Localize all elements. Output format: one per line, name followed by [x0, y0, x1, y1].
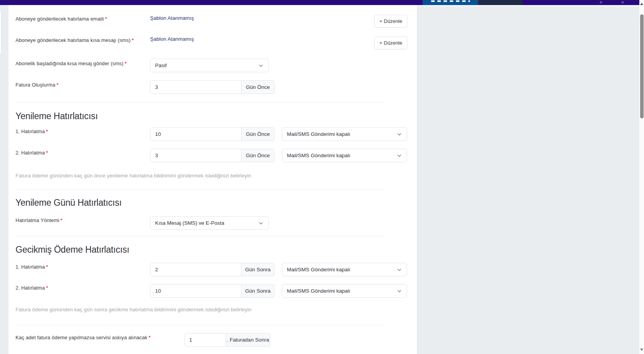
label-renewal-1: 1. Hatırlatma*: [16, 128, 48, 134]
label-start-sms: Abonelik başladığında kısa mesaj gönder …: [16, 61, 127, 66]
section-title-overdue: Gecikmiş Ödeme Hatırlatıcısı: [16, 245, 129, 255]
label-text: Aboneye gönderilecek hatırlama kısa mesa…: [16, 37, 131, 43]
chevron-down-icon: [397, 288, 402, 294]
select-value: Kısa Mesaj (SMS) ve E-Posta: [155, 220, 255, 226]
start-sms-select[interactable]: Pasif: [150, 59, 269, 72]
required-asterisk: *: [46, 150, 48, 156]
select-value: Mail/SMS Gönderimi kapalı: [287, 153, 394, 158]
renewal-1-channel-select[interactable]: Mail/SMS Gönderimi kapalı: [282, 127, 407, 141]
renewal-2-days-input[interactable]: [150, 149, 242, 162]
edit-email-template-button[interactable]: + Düzenle: [374, 15, 407, 28]
label-text: Aboneye gönderilecek hatırlama emaili: [16, 16, 104, 22]
section-divider: [16, 236, 385, 236]
panel-top-edge: [417, 5, 639, 7]
label-reminder-sms: Aboneye gönderilecek hatırlama kısa mesa…: [16, 37, 134, 43]
renewal-1-addon: Gün Önce: [242, 127, 275, 141]
label-reminder-email: Aboneye gönderilecek hatırlama emaili*: [16, 16, 107, 22]
renewal-1-days-input[interactable]: [150, 127, 242, 141]
topbar-glyph-icon: [622, 1, 624, 3]
renewal-helper-text: Fatura ödeme gününden kaç gün önce yenil…: [16, 173, 251, 179]
left-edge-notch: [0, 10, 2, 54]
overdue-1-addon: Gün Sonra: [242, 263, 275, 276]
label-text: Hatırlatma Yöntemi: [16, 217, 59, 223]
clipped-tab-text-icon: [431, 0, 470, 2]
select-value: Mail/SMS Gönderimi kapalı: [287, 131, 394, 137]
label-overdue-1: 1. Hatırlatma*: [16, 264, 48, 270]
chevron-down-icon: [397, 132, 402, 137]
scroll-down-arrow-icon[interactable]: [640, 349, 643, 351]
scroll-up-arrow-icon[interactable]: [640, 3, 643, 5]
vertical-scrollbar[interactable]: [639, 0, 644, 354]
inactive-tab-clipped[interactable]: [478, 0, 522, 5]
renewal-1-group: Gün Önce: [150, 127, 275, 141]
required-asterisk: *: [124, 61, 126, 66]
edit-sms-template-button[interactable]: + Düzenle: [374, 36, 407, 49]
required-asterisk: *: [46, 264, 48, 270]
label-text: Fatura Oluşturma: [16, 82, 55, 88]
invoice-create-input[interactable]: [150, 80, 242, 94]
value-reminder-sms-template: Şablon Atanmamış: [150, 36, 194, 42]
required-asterisk: *: [148, 335, 150, 340]
required-asterisk: *: [105, 16, 107, 22]
suspend-count-input[interactable]: [184, 333, 226, 347]
section-title-renewal: Yenileme Hatırlatıcısı: [16, 111, 98, 121]
chevron-down-icon: [397, 153, 402, 158]
overdue-2-days-input[interactable]: [150, 284, 242, 298]
section-title-renewal-day: Yenileme Günü Hatırlatıcısı: [16, 198, 122, 208]
scrollbar-thumb[interactable]: [640, 14, 644, 118]
label-text: 1. Hatırlatma: [16, 128, 45, 134]
chevron-down-icon: [258, 220, 264, 226]
label-text: Abonelik başladığında kısa mesaj gönder …: [16, 61, 123, 66]
section-divider: [16, 102, 385, 102]
chevron-down-icon: [397, 267, 402, 272]
suspend-group: . Faturadan Sonra: [184, 333, 270, 347]
required-asterisk: *: [57, 82, 59, 88]
label-text: 2. Hatırlatma: [16, 150, 45, 156]
chevron-down-icon: [258, 63, 264, 68]
label-reminder-method: Hatırlatma Yöntemi*: [16, 217, 62, 223]
required-asterisk: *: [46, 128, 48, 134]
label-suspend-service: Kaç adet fatura ödeme yapılmazsa servisi…: [16, 335, 150, 340]
topbar-glyph-icon: [600, 1, 602, 3]
value-reminder-email-template: Şablon Atanmamış: [150, 15, 194, 21]
label-overdue-2: 2. Hatırlatma*: [16, 285, 48, 291]
select-value: Pasif: [155, 62, 255, 68]
settings-form-card: [9, 5, 417, 354]
reminder-method-select[interactable]: Kısa Mesaj (SMS) ve E-Posta: [150, 216, 269, 230]
overdue-1-group: Gün Sonra: [150, 263, 275, 276]
label-text: 2. Hatırlatma: [16, 285, 45, 291]
suspend-addon: . Faturadan Sonra: [226, 333, 270, 347]
required-asterisk: *: [60, 217, 62, 223]
label-invoice-create: Fatura Oluşturma*: [16, 82, 59, 88]
select-value: Mail/SMS Gönderimi kapalı: [287, 288, 394, 294]
right-background-panel: [417, 5, 639, 354]
invoice-create-group: Gün Önce: [150, 80, 275, 94]
overdue-2-group: Gün Sonra: [150, 284, 275, 298]
label-text: 1. Hatırlatma: [16, 264, 45, 270]
overdue-2-addon: Gün Sonra: [242, 284, 275, 298]
invoice-create-addon: Gün Önce: [242, 80, 275, 94]
overdue-1-days-input[interactable]: [150, 263, 242, 276]
active-tab-clipped[interactable]: [423, 0, 478, 5]
required-asterisk: *: [132, 37, 134, 43]
overdue-1-channel-select[interactable]: Mail/SMS Gönderimi kapalı: [282, 263, 407, 276]
top-navigation-bar: [0, 0, 639, 5]
section-divider: [16, 189, 385, 189]
overdue-helper-text: Fatura ödeme gününden kaç gün sonra geci…: [16, 307, 252, 312]
left-gutter: [0, 5, 9, 354]
renewal-2-addon: Gün Önce: [242, 149, 275, 162]
overdue-2-channel-select[interactable]: Mail/SMS Gönderimi kapalı: [282, 284, 407, 298]
label-renewal-2: 2. Hatırlatma*: [16, 150, 48, 156]
renewal-2-group: Gün Önce: [150, 149, 275, 162]
renewal-2-channel-select[interactable]: Mail/SMS Gönderimi kapalı: [282, 149, 407, 162]
section-divider: [16, 325, 385, 325]
select-value: Mail/SMS Gönderimi kapalı: [287, 267, 394, 272]
label-text: Kaç adet fatura ödeme yapılmazsa servisi…: [16, 335, 147, 340]
required-asterisk: *: [46, 285, 48, 291]
